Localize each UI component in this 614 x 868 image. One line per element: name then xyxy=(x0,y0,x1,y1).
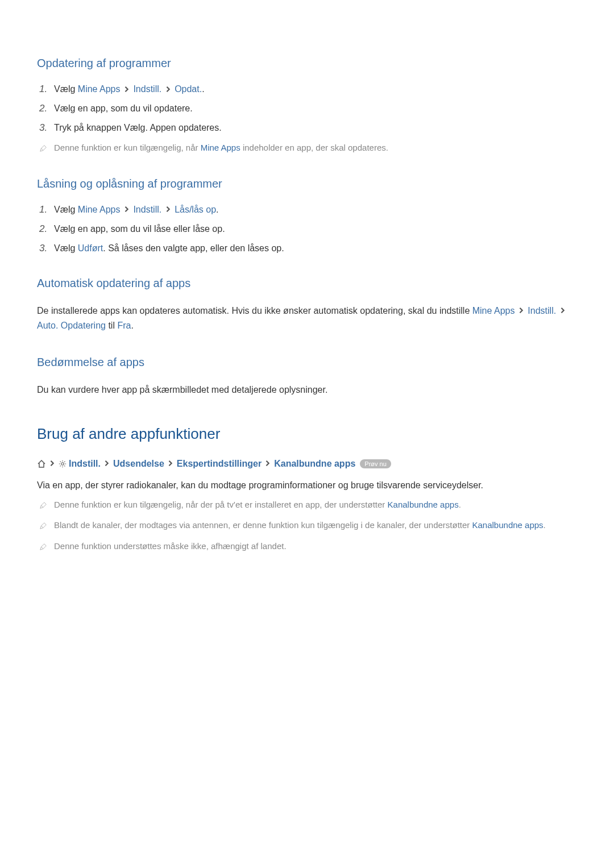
pencil-icon xyxy=(37,541,54,551)
text: Denne funktion er kun tilgængelig, når xyxy=(54,143,201,152)
body-text: Via en app, der styrer radiokanaler, kan… xyxy=(37,478,577,493)
chevron-right-icon xyxy=(165,205,171,215)
gear-icon xyxy=(59,460,67,468)
list-content: Vælg Mine Apps Indstill. Lås/lås op. xyxy=(54,205,577,215)
chevron-right-icon xyxy=(560,304,566,318)
list-item: 1. Vælg Mine Apps Indstill. Lås/lås op. xyxy=(37,204,577,215)
list-content: Tryk på knappen Vælg. Appen opdateres. xyxy=(54,123,577,133)
menu-link-opdat: Opdat. xyxy=(175,84,202,94)
list-number: 2. xyxy=(37,223,54,235)
list-item: 3. Tryk på knappen Vælg. Appen opdateres… xyxy=(37,122,577,134)
text: . xyxy=(216,205,218,214)
menu-link-kanalbundne: Kanalbundne apps xyxy=(472,520,543,530)
lock-steps-list: 1. Vælg Mine Apps Indstill. Lås/lås op. … xyxy=(37,204,577,254)
list-number: 2. xyxy=(37,103,54,114)
list-content: Vælg en app, som du vil opdatere. xyxy=(54,103,577,114)
chevron-right-icon xyxy=(124,85,130,95)
menu-link-mine-apps: Mine Apps xyxy=(201,143,240,152)
list-content: Vælg Udført. Så låses den valgte app, el… xyxy=(54,243,577,254)
list-content: Vælg Mine Apps Indstill. Opdat.. xyxy=(54,84,577,95)
note-item: Denne funktion er kun tilgængelig, når d… xyxy=(37,499,577,512)
chevron-right-icon xyxy=(265,459,271,469)
section-heading-lock: Låsning og oplåsning af programmer xyxy=(37,177,577,190)
note-item: Denne funktion understøttes måske ikke, … xyxy=(37,540,577,553)
text: Vælg xyxy=(54,243,78,253)
svg-point-0 xyxy=(61,463,64,465)
menu-link-fra: Fra xyxy=(117,321,131,330)
text: Blandt de kanaler, der modtages via ante… xyxy=(54,520,472,530)
menu-link-auto-opdatering: Auto. Opdatering xyxy=(37,321,106,330)
text: Vælg xyxy=(54,205,78,214)
pencil-icon xyxy=(37,520,54,530)
list-item: 1. Vælg Mine Apps Indstill. Opdat.. xyxy=(37,84,577,95)
text: til xyxy=(108,321,117,330)
text: . xyxy=(459,500,461,509)
menu-link-indstill: Indstill. xyxy=(528,306,556,315)
text: indeholder en app, der skal opdateres. xyxy=(243,143,388,152)
list-number: 1. xyxy=(37,204,54,215)
list-content: Vælg en app, som du vil låse eller låse … xyxy=(54,224,577,234)
text: De installerede apps kan opdateres autom… xyxy=(37,306,472,315)
list-number: 3. xyxy=(37,122,54,134)
text: . xyxy=(544,520,546,530)
breadcrumb-link-ekspert: Ekspertindstillinger xyxy=(177,459,262,469)
list-item: 3. Vælg Udført. Så låses den valgte app,… xyxy=(37,243,577,254)
pencil-icon xyxy=(37,500,54,509)
list-item: 2. Vælg en app, som du vil opdatere. xyxy=(37,103,577,114)
body-text: Du kan vurdere hver app på skærmbilledet… xyxy=(37,383,577,397)
breadcrumb-link-kanalbundne: Kanalbundne apps xyxy=(274,459,355,469)
chevron-right-icon xyxy=(165,85,171,95)
menu-link-udfort: Udført xyxy=(78,243,103,253)
try-now-badge[interactable]: Prøv nu xyxy=(360,459,391,468)
breadcrumb-link-indstill: Indstill. xyxy=(69,459,101,469)
menu-link-laas: Lås/lås op xyxy=(175,205,216,214)
list-item: 2. Vælg en app, som du vil låse eller lå… xyxy=(37,223,577,235)
menu-link-mine-apps: Mine Apps xyxy=(78,84,121,94)
text: . Så låses den valgte app, eller den lås… xyxy=(103,243,284,253)
section-heading-rating: Bedømmelse af apps xyxy=(37,356,577,369)
chevron-right-icon xyxy=(104,459,110,469)
update-steps-list: 1. Vælg Mine Apps Indstill. Opdat.. 2. V… xyxy=(37,84,577,134)
text: . xyxy=(131,321,133,330)
chevron-right-icon xyxy=(518,304,524,318)
chevron-right-icon xyxy=(168,459,173,469)
note-content: Blandt de kanaler, der modtages via ante… xyxy=(54,519,577,532)
note-content: Denne funktion er kun tilgængelig, når M… xyxy=(54,142,577,155)
body-text: De installerede apps kan opdateres autom… xyxy=(37,304,577,333)
menu-link-mine-apps: Mine Apps xyxy=(78,205,121,214)
note-content: Denne funktion er kun tilgængelig, når d… xyxy=(54,499,577,512)
note-item: Denne funktion er kun tilgængelig, når M… xyxy=(37,142,577,155)
text: Denne funktion er kun tilgængelig, når d… xyxy=(54,500,388,509)
breadcrumb-link-udsendelse: Udsendelse xyxy=(113,459,164,469)
menu-link-indstill: Indstill. xyxy=(133,205,161,214)
main-heading-other: Brug af andre appfunktioner xyxy=(37,425,577,443)
menu-link-indstill: Indstill. xyxy=(133,84,161,94)
note-item: Blandt de kanaler, der modtages via ante… xyxy=(37,519,577,532)
note-content: Denne funktion understøttes måske ikke, … xyxy=(54,540,577,553)
breadcrumb-path: Indstill. Udsendelse Ekspertindstillinge… xyxy=(37,459,577,469)
chevron-right-icon xyxy=(49,459,55,469)
list-number: 3. xyxy=(37,243,54,254)
pencil-icon xyxy=(37,143,54,152)
home-icon xyxy=(37,459,46,468)
section-heading-update: Opdatering af programmer xyxy=(37,57,577,70)
section-heading-auto: Automatisk opdatering af apps xyxy=(37,277,577,290)
chevron-right-icon xyxy=(124,205,130,215)
menu-link-kanalbundne: Kanalbundne apps xyxy=(388,500,459,509)
text: Vælg xyxy=(54,84,78,94)
list-number: 1. xyxy=(37,84,54,95)
menu-link-mine-apps: Mine Apps xyxy=(472,306,515,315)
